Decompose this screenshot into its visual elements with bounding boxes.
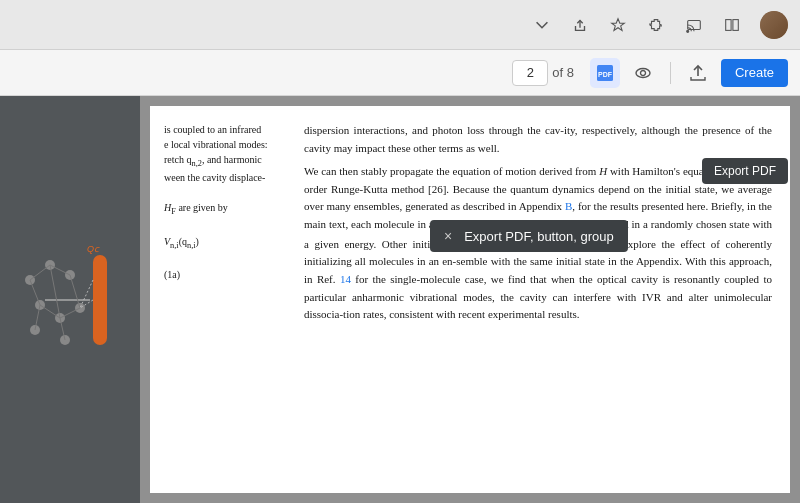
svg-line-22 [30,265,50,280]
paragraph-1: dispersion interactions, and photon loss… [304,122,772,157]
create-button[interactable]: Create [721,59,788,87]
upload-icon [688,63,708,83]
star-svg [609,16,627,34]
svg-point-3 [687,30,689,32]
cast-svg [685,16,703,34]
equation-label: (1a) [164,267,294,282]
svg-line-26 [60,308,80,318]
pdf-icon: PDF [595,64,615,82]
view-button[interactable] [628,58,658,88]
math-1: HF are given by [164,200,294,218]
eye-icon [633,63,653,83]
chevron-down-icon[interactable] [532,15,552,35]
share-svg [571,16,589,34]
page-navigation: of 8 [512,60,574,86]
figure-container: Qᴄ [5,190,135,410]
avatar-image [760,11,788,39]
chevron-svg [533,16,551,34]
export-pdf-tooltip: Export PDF [702,158,788,184]
reader-svg [723,16,741,34]
puzzle-svg [647,16,665,34]
browser-icon-group [532,11,788,39]
popup-close-button[interactable]: × [444,228,452,244]
appendix-b-link[interactable]: B [565,200,572,212]
svg-line-27 [70,275,80,308]
math-2: Vn,i(qn,i) [164,234,294,252]
left-text-1: is coupled to an infrared [164,122,294,137]
left-text-4: ween the cavity displace- [164,170,294,185]
svg-text:Qᴄ: Qᴄ [87,244,100,254]
svg-marker-1 [612,18,625,30]
cast-icon[interactable] [684,15,704,35]
avatar[interactable] [760,11,788,39]
reader-mode-icon[interactable] [722,15,742,35]
extensions-icon[interactable] [646,15,666,35]
toolbar-divider [670,62,671,84]
svg-line-24 [30,280,40,305]
svg-text:PDF: PDF [598,71,613,78]
page-count: of 8 [552,65,574,80]
pdf-sidebar: Qᴄ [0,96,140,503]
star-icon[interactable] [608,15,628,35]
svg-rect-5 [733,19,738,30]
popup-text: Export PDF, button, group [464,229,614,244]
left-panel: is coupled to an infrared e local vibrat… [164,122,294,330]
svg-line-30 [50,265,60,318]
figure-diagram: Qᴄ [15,200,125,400]
page-number-input[interactable] [512,60,548,86]
svg-line-25 [40,305,60,318]
pdf-toolbar: of 8 PDF Create [0,50,800,96]
pdf-view-button[interactable]: PDF [590,58,620,88]
share-icon[interactable] [570,15,590,35]
upload-button[interactable] [683,58,713,88]
pdf-content-area: Qᴄ [0,96,800,503]
svg-line-23 [50,265,70,275]
svg-rect-4 [726,19,731,30]
pdf-page: is coupled to an infrared e local vibrat… [150,106,790,493]
left-column-text: is coupled to an infrared e local vibrat… [164,122,294,282]
browser-toolbar [0,0,800,50]
left-text-2: e local vibrational modes: [164,137,294,152]
left-text-3: retch qn,2, and harmonic [164,152,294,170]
svg-point-9 [640,70,645,75]
ref-14-link[interactable]: 14 [340,273,351,285]
svg-rect-10 [93,255,107,345]
accessibility-popup: × Export PDF, button, group [430,220,628,252]
